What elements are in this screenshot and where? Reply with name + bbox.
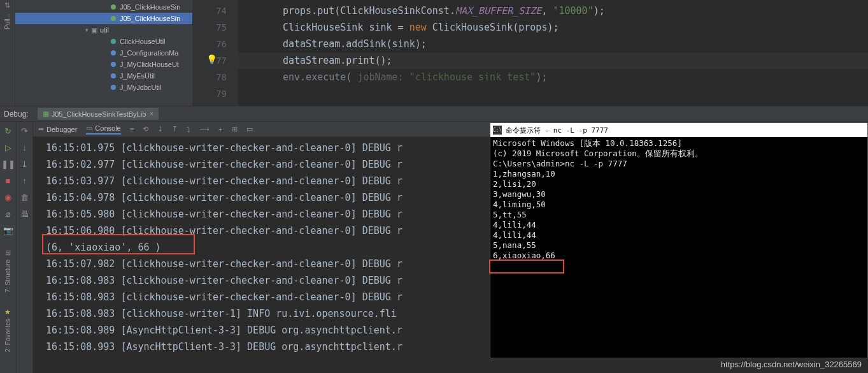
step-out-icon[interactable]: ↑ xyxy=(20,175,30,186)
code-text: ); xyxy=(536,71,547,83)
debugger-tab[interactable]: ➦Debugger xyxy=(38,125,77,133)
tree-file-selected[interactable]: J05_ClickHouseSin xyxy=(15,13,192,24)
tab-label: Console xyxy=(95,124,120,132)
stop-icon[interactable]: ■ xyxy=(3,175,13,186)
tree-label: ClickHouseUtil xyxy=(120,38,166,45)
line-number: 79 xyxy=(192,85,227,102)
line-number: 76 xyxy=(192,36,227,52)
structure-button[interactable]: ⊞ 7: Structure xyxy=(4,249,11,293)
code-text: dataStream.addSink(sink); xyxy=(283,36,868,52)
class-icon xyxy=(111,50,116,55)
cmd-line: 3,wangwu,30 xyxy=(493,189,865,200)
toolbar-icon[interactable]: ⤓ xyxy=(157,125,163,133)
tree-label: J_ConfigurationMa xyxy=(120,49,178,57)
intention-bulb-icon[interactable]: 💡 xyxy=(206,51,217,68)
class-icon xyxy=(111,39,116,44)
code-text: jobName: xyxy=(357,71,409,83)
cmd-line: 4,lili,44 xyxy=(493,230,865,240)
cmd-title-text: 命令提示符 - nc -L -p 7777 xyxy=(506,126,608,135)
tree-file[interactable]: J_MyClickHouseUt xyxy=(15,59,192,70)
star-icon: ★ xyxy=(4,308,11,316)
console-icon: ▭ xyxy=(86,124,92,132)
code-editor[interactable]: 74 75 76 77 78 79 💡 props.put(ClickHouse… xyxy=(192,0,868,106)
tree-label: J_MyJdbcUtil xyxy=(120,84,161,91)
class-icon xyxy=(111,85,116,90)
trash-icon[interactable]: 🗑 xyxy=(20,192,30,202)
tree-file[interactable]: J05_ClickHouseSin xyxy=(15,1,192,13)
tree-file[interactable]: J_ConfigurationMa xyxy=(15,47,192,59)
debug-tab-label: J05_ClickHouseSinkTestByLib xyxy=(52,110,146,118)
code-text: env.execute( xyxy=(283,71,357,83)
tree-folder[interactable]: ▾▣util xyxy=(15,24,192,36)
cmd-window[interactable]: C:\ 命令提示符 - nc -L -p 7777 Microsoft Wind… xyxy=(490,122,868,358)
code-text: MAX_BUFFER_SIZE xyxy=(455,5,541,17)
debug-run-tab[interactable]: ▦ J05_ClickHouseSinkTestByLib × xyxy=(38,108,159,120)
toolbar-icon[interactable]: ⊞ xyxy=(232,125,238,133)
app-icon: ▦ xyxy=(43,110,49,118)
cmd-titlebar[interactable]: C:\ 命令提示符 - nc -L -p 7777 xyxy=(490,123,867,137)
toolbar-icon[interactable]: ⤒ xyxy=(172,125,178,133)
pause-icon[interactable]: ❚❚ xyxy=(3,159,13,169)
cmd-line: 2,lisi,20 xyxy=(493,179,865,189)
cmd-line: 4,liming,50 xyxy=(493,200,865,210)
tree-label: J_MyEsUtil xyxy=(120,72,155,80)
line-number: 78 xyxy=(192,69,227,85)
close-icon[interactable]: × xyxy=(150,110,153,117)
print-icon[interactable]: 🖶 xyxy=(20,208,30,219)
debugger-icon: ➦ xyxy=(38,125,44,133)
mute-breakpoints-icon[interactable]: ⌀ xyxy=(3,208,13,219)
toolbar-icon[interactable]: ⟲ xyxy=(143,125,148,133)
tree-file[interactable]: ClickHouseUtil xyxy=(15,36,192,47)
debug-header: Debug: ▦ J05_ClickHouseSinkTestByLib × xyxy=(0,106,868,122)
code-text: props.put(ClickHouseSinkConst. xyxy=(283,5,455,17)
tree-file[interactable]: J_MyJdbcUtil xyxy=(15,82,192,93)
folder-icon: ▣ xyxy=(91,26,97,34)
watermark: https://blog.csdn.net/weixin_32265569 xyxy=(721,360,862,369)
favorites-button[interactable]: ★ 2: Favorites xyxy=(4,308,11,352)
code-text: "clickhouse sink test" xyxy=(409,71,536,83)
toolbar-icon[interactable]: + xyxy=(218,126,222,133)
class-icon xyxy=(111,73,116,78)
tree-label: J05_ClickHouseSin xyxy=(120,3,180,11)
cmd-line: (c) 2019 Microsoft Corporation。保留所有权利。 xyxy=(493,149,865,159)
toolbar-icon[interactable]: ≡ xyxy=(130,126,134,133)
cmd-body[interactable]: Microsoft Windows [版本 10.0.18363.1256] (… xyxy=(490,137,867,262)
code-text: ClickHouseSink sink = xyxy=(283,22,409,33)
code-text: ClickHouseSink(props); xyxy=(427,22,559,33)
toolbar-icon[interactable]: ⟶ xyxy=(199,125,210,133)
code-area[interactable]: 💡 props.put(ClickHouseSinkConst.MAX_BUFF… xyxy=(238,0,868,106)
project-tree[interactable]: J05_ClickHouseSin J05_ClickHouseSin ▾▣ut… xyxy=(15,0,192,106)
resume-icon[interactable]: ▷ xyxy=(3,142,13,152)
toolbar-icon[interactable]: ⤵ xyxy=(187,126,190,133)
pull-label: Pull... xyxy=(4,10,11,33)
code-text: dataStream.print(); xyxy=(283,55,392,66)
highlight-annotation xyxy=(42,234,195,254)
cmd-line: 4,lili,44 xyxy=(493,220,865,230)
cmd-line: C:\Users\admin>nc -L -p 7777 xyxy=(493,159,865,169)
structure-icon: ⊞ xyxy=(5,249,11,257)
tree-file[interactable]: J_MyEsUtil xyxy=(15,70,192,82)
debug-step-toolbar: ↷ ↓ ⤓ ↑ 🗑 🖶 xyxy=(17,122,33,373)
step-over-icon[interactable]: ↷ xyxy=(20,126,30,136)
toolbar-icon[interactable]: ▭ xyxy=(246,125,253,133)
cmd-line: Microsoft Windows [版本 10.0.18363.1256] xyxy=(493,138,865,149)
structure-label: 7: Structure xyxy=(4,260,11,293)
pull-sidebar[interactable]: ⇅ Pull... xyxy=(0,0,15,106)
cmd-line: 1,zhangsan,10 xyxy=(493,169,865,179)
tree-label: J05_ClickHouseSin xyxy=(120,15,180,22)
console-tab[interactable]: ▭Console xyxy=(86,124,120,135)
class-icon xyxy=(111,16,116,21)
step-into-icon[interactable]: ↓ xyxy=(20,142,30,152)
camera-icon[interactable]: 📷 xyxy=(3,225,13,235)
pull-icon: ⇅ xyxy=(4,1,10,10)
chevron-down-icon: ▾ xyxy=(85,27,89,33)
tree-label: util xyxy=(100,26,109,34)
left-tool-window-bar: ⊞ 7: Structure ★ 2: Favorites xyxy=(0,242,15,373)
line-number: 75 xyxy=(192,19,227,36)
debug-title: Debug: xyxy=(4,110,29,119)
step-icon[interactable]: ⤓ xyxy=(20,159,30,169)
cmd-icon: C:\ xyxy=(493,126,502,135)
view-breakpoints-icon[interactable]: ◉ xyxy=(3,192,13,202)
rerun-icon[interactable]: ↻ xyxy=(3,126,13,136)
tree-label: J_MyClickHouseUt xyxy=(120,61,179,68)
